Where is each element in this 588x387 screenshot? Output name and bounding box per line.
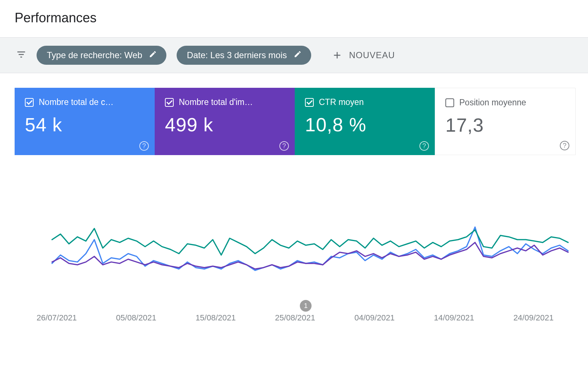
x-axis-label: 15/08/2021 xyxy=(196,313,236,323)
x-axis-label: 14/09/2021 xyxy=(434,313,474,323)
new-filter-button[interactable]: NOUVEAU xyxy=(327,47,400,64)
new-filter-label: NOUVEAU xyxy=(349,50,395,60)
checkbox-icon xyxy=(25,98,34,107)
card-clicks-value: 54 k xyxy=(25,114,144,136)
filter-bar: Type de recherche: Web Date: Les 3 derni… xyxy=(0,37,588,73)
milestone-marker[interactable]: 1 xyxy=(300,300,312,312)
chip-search-type[interactable]: Type de recherche: Web xyxy=(37,46,166,65)
help-icon[interactable]: ? xyxy=(560,141,569,150)
card-position-value: 17,3 xyxy=(445,114,565,136)
filter-icon[interactable] xyxy=(16,49,26,61)
x-axis-label: 04/09/2021 xyxy=(354,313,395,323)
card-ctr-value: 10,8 % xyxy=(305,114,425,136)
chip-date-range[interactable]: Date: Les 3 derniers mois xyxy=(177,46,311,65)
pencil-icon xyxy=(294,50,302,60)
card-position[interactable]: Position moyenne 17,3 ? xyxy=(435,88,576,155)
chip-date-range-label: Date: Les 3 derniers mois xyxy=(187,50,287,60)
card-impressions-value: 499 k xyxy=(165,114,284,136)
help-icon[interactable]: ? xyxy=(139,141,149,151)
x-axis-label: 05/08/2021 xyxy=(116,313,156,323)
x-axis-label: 24/09/2021 xyxy=(513,313,554,323)
chart[interactable]: 1 xyxy=(15,170,576,304)
checkbox-icon xyxy=(445,98,454,107)
card-clicks[interactable]: Nombre total de c… 54 k ? xyxy=(15,88,155,155)
card-impressions[interactable]: Nombre total d'im… 499 k ? xyxy=(155,88,295,155)
card-position-label: Position moyenne xyxy=(459,98,526,108)
milestone-label: 1 xyxy=(304,302,308,310)
plus-icon xyxy=(332,50,343,61)
page-title: Performances xyxy=(0,0,588,37)
checkbox-icon xyxy=(165,98,174,107)
checkbox-icon xyxy=(305,98,314,107)
card-ctr[interactable]: CTR moyen 10,8 % ? xyxy=(295,88,435,155)
x-axis-label: 26/07/2021 xyxy=(37,313,77,323)
chart-x-axis: 26/07/202105/08/202115/08/202125/08/2021… xyxy=(15,304,576,323)
help-icon[interactable]: ? xyxy=(279,141,289,151)
chip-search-type-label: Type de recherche: Web xyxy=(47,50,142,60)
help-icon[interactable]: ? xyxy=(419,141,429,151)
card-impressions-label: Nombre total d'im… xyxy=(179,97,253,107)
card-clicks-label: Nombre total de c… xyxy=(39,97,114,107)
pencil-icon xyxy=(149,50,157,60)
metric-cards: Nombre total de c… 54 k ? Nombre total d… xyxy=(15,88,576,155)
x-axis-label: 25/08/2021 xyxy=(275,313,315,323)
card-ctr-label: CTR moyen xyxy=(319,97,364,107)
